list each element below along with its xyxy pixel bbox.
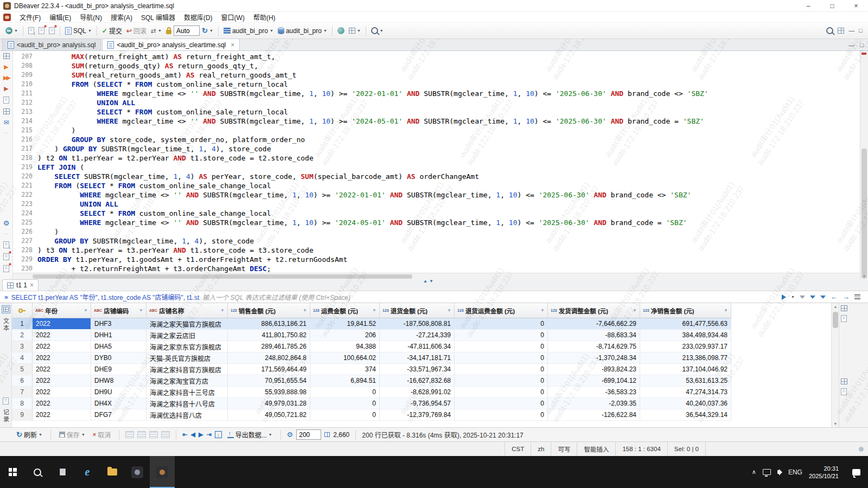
column-filter-icon[interactable]: ▼: [220, 308, 225, 313]
cell[interactable]: 2022: [33, 387, 91, 398]
result-settings-gear-icon[interactable]: ⚙: [287, 431, 293, 438]
editor-vscrollbar[interactable]: ▼: [860, 51, 868, 280]
cell[interactable]: -8,628,991.02: [380, 387, 455, 398]
cell[interactable]: 137,104,046.92: [640, 364, 731, 375]
value-panel-grid-icon[interactable]: [841, 305, 847, 311]
cell[interactable]: 2022: [33, 352, 91, 364]
cell[interactable]: DHF3: [91, 318, 146, 330]
previous-row-button[interactable]: ◀: [190, 432, 195, 438]
network-profile-button[interactable]: [335, 25, 347, 36]
value-panel-meta-icon[interactable]: [841, 388, 847, 395]
grid-presentation-button[interactable]: ▼: [347, 26, 363, 35]
row-number[interactable]: 2: [12, 330, 33, 341]
column-header-1[interactable]: ABC店铺编码▼: [91, 303, 146, 318]
cell[interactable]: 886,613,186.21: [228, 318, 310, 330]
table-row[interactable]: 72022DH9U海澜之家抖音十三号店55,939,888.980-8,628,…: [12, 387, 831, 398]
taskbar-dbeaver-button[interactable]: [150, 456, 175, 488]
settings-gear-icon[interactable]: ⚙: [3, 220, 10, 227]
transaction-mode-button[interactable]: ⇄▼: [149, 26, 164, 36]
cell[interactable]: 0: [455, 409, 548, 421]
cell[interactable]: 0: [455, 398, 548, 409]
splitter-controls[interactable]: ▲▼: [423, 279, 435, 284]
cell[interactable]: -2,039.35: [548, 398, 640, 409]
filter-menu-icon[interactable]: [854, 294, 860, 299]
cell[interactable]: 53,631,613.25: [640, 375, 731, 387]
filter-expand-icon[interactable]: »: [4, 293, 8, 301]
cell[interactable]: -34,147,181.71: [380, 352, 455, 364]
cell[interactable]: -33,571,967.34: [380, 364, 455, 375]
row-number[interactable]: 8: [12, 398, 33, 409]
refresh-config-button[interactable]: ↻▼: [200, 25, 215, 36]
cell[interactable]: 49,050,721.82: [228, 409, 310, 421]
tab-analysis-cleartime-sql[interactable]: <audit_bi_pro> analysis_cleartime.sql ×: [102, 38, 240, 50]
value-panel-value-icon[interactable]: [841, 315, 847, 322]
cell[interactable]: 海澜之家京东官方旗舰店: [146, 341, 228, 352]
cell[interactable]: DHA5: [91, 341, 146, 352]
explain-plan-icon[interactable]: ▶: [4, 86, 8, 92]
input-language[interactable]: ENG: [788, 469, 802, 476]
menu-item-7[interactable]: 帮助(H): [249, 11, 280, 23]
next-row-button[interactable]: ▶: [199, 432, 203, 438]
save-result-button[interactable]: 保存▼: [57, 428, 87, 441]
cell[interactable]: DHH1: [91, 330, 146, 341]
cell[interactable]: DH4X: [91, 398, 146, 409]
column-filter-icon[interactable]: ▼: [447, 308, 451, 313]
transaction-lock-button[interactable]: [164, 25, 174, 36]
record-mode-toggle[interactable]: 记录: [2, 409, 10, 423]
cell[interactable]: 海澜之家天猫官方旗舰店: [146, 318, 228, 330]
column-header-7[interactable]: 123发货调整金额 (元)▼: [548, 303, 640, 318]
column-header-0[interactable]: ABC年份▼: [33, 303, 91, 318]
open-sql-file-button[interactable]: [26, 25, 36, 36]
execute-statement-icon[interactable]: ▶: [4, 64, 8, 70]
table-row[interactable]: 92022DFG7海澜优选抖音八店49,050,721.820-12,379,7…: [12, 409, 831, 421]
code-area[interactable]: 207 MAX(return_freight_amt) AS return_fr…: [13, 52, 860, 274]
display-icon[interactable]: [763, 469, 771, 475]
new-sql-editor-button[interactable]: [36, 25, 47, 36]
cell[interactable]: -27,214,339: [380, 330, 455, 341]
cell[interactable]: 36,544,329.14: [640, 409, 731, 421]
close-tab-icon[interactable]: ×: [231, 41, 234, 49]
menu-item-0[interactable]: 文件(F): [15, 11, 45, 23]
cell[interactable]: 206: [310, 330, 380, 341]
menu-item-1[interactable]: 编辑(E): [45, 11, 75, 23]
cell[interactable]: 海澜之家云店旧: [146, 330, 228, 341]
grid-presentation-toggle[interactable]: [2, 305, 10, 313]
task-view-button[interactable]: [50, 456, 75, 488]
cell[interactable]: 海澜之家抖音十八号店: [146, 398, 228, 409]
cell[interactable]: 0: [310, 409, 380, 421]
action-center-button[interactable]: [845, 456, 867, 488]
apply-filter-icon[interactable]: [782, 294, 786, 300]
table-row[interactable]: 12022DHF3海澜之家天猫官方旗舰店886,613,186.2119,841…: [12, 318, 831, 330]
cell[interactable]: 0: [310, 398, 380, 409]
cell[interactable]: DH9U: [91, 387, 146, 398]
table-row[interactable]: 62022DHW8海澜之家淘宝官方店70,951,655.546,894.51-…: [12, 375, 831, 387]
filter-history-forward-icon[interactable]: →: [843, 293, 850, 300]
table-row[interactable]: 82022DH4X海澜之家抖音十八号店49,979,031.280-9,736,…: [12, 398, 831, 409]
taskbar-search-button[interactable]: [25, 456, 50, 488]
maximize-view-icon[interactable]: □: [859, 28, 863, 34]
cell[interactable]: 海澜优选抖音八店: [146, 409, 228, 421]
total-row-count[interactable]: 2,660: [333, 431, 349, 439]
column-header-2[interactable]: ABC店铺名称▼: [146, 303, 228, 318]
unsaved-file2-icon[interactable]: [3, 265, 9, 272]
cell[interactable]: 213,386,098.77: [640, 352, 731, 364]
cell[interactable]: -1,370,248.34: [548, 352, 640, 364]
cancel-result-button[interactable]: ×取消: [91, 428, 113, 441]
menu-item-3[interactable]: 搜索(A): [106, 11, 137, 23]
cell[interactable]: 2022: [33, 375, 91, 387]
cell[interactable]: 100,664.02: [310, 352, 380, 364]
cell[interactable]: 233,029,937.17: [640, 341, 731, 352]
cell[interactable]: -7,646,662.29: [548, 318, 640, 330]
column-filter-icon[interactable]: ▼: [633, 308, 637, 313]
table-row[interactable]: 32022DHA5海澜之家京东官方旗舰店289,461,785.2694,388…: [12, 341, 831, 352]
add-row-icon[interactable]: [125, 431, 134, 438]
last-row-button[interactable]: ⇥: [206, 432, 211, 438]
panel-toggle-icon[interactable]: [3, 53, 10, 59]
value-panel-calc-icon[interactable]: [841, 378, 847, 384]
cell[interactable]: 55,939,888.98: [228, 387, 310, 398]
column-filter-icon[interactable]: ▼: [372, 308, 376, 313]
cell[interactable]: 2022: [33, 330, 91, 341]
notification-icon[interactable]: [859, 447, 864, 452]
grid-vscroll-thumb[interactable]: [833, 312, 838, 328]
column-filter-icon[interactable]: ▼: [84, 308, 88, 313]
